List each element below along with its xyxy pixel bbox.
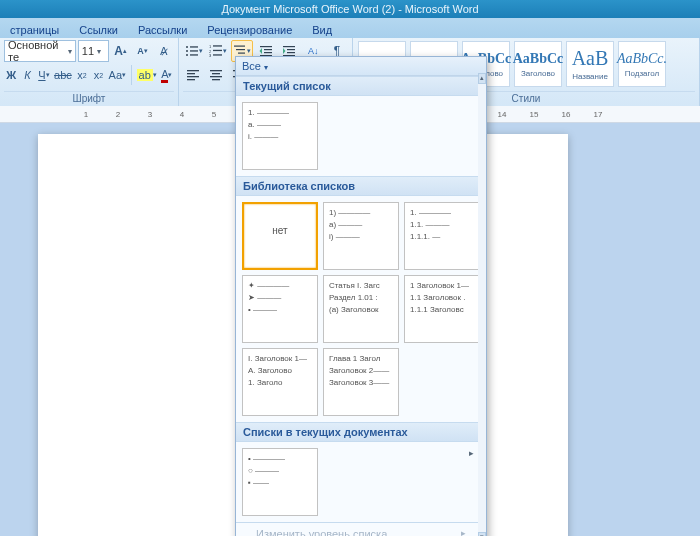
font-group-label: Шрифт (4, 91, 174, 106)
list-tile-none[interactable]: нет (242, 202, 318, 270)
superscript-button[interactable]: x2 (91, 64, 105, 86)
ribbon-tabs: страницы Ссылки Рассылки Рецензирование … (0, 18, 700, 38)
shrink-font-button[interactable]: A▾ (133, 40, 153, 62)
svg-rect-14 (238, 53, 245, 54)
panel-filter[interactable]: Все▾ (236, 57, 486, 76)
svg-rect-20 (283, 46, 295, 47)
section-list-library: Библиотека списков (236, 176, 486, 196)
list-tile[interactable]: 1. ———— 1.1. ——— 1.1.1. — (404, 202, 480, 270)
multilevel-list-panel: Все▾ Текущий список 1. ———— a. ——— i. ——… (235, 56, 487, 536)
list-tile-current[interactable]: 1. ———— a. ——— i. ——— (242, 102, 318, 170)
style-tile[interactable]: AaBbCc.Подзагол (618, 41, 666, 87)
svg-rect-21 (287, 49, 295, 50)
svg-point-4 (186, 54, 188, 56)
list-tile[interactable]: 1) ———— a) ——— i) ——— (323, 202, 399, 270)
style-tile[interactable]: AaBНазвание (566, 41, 614, 87)
svg-rect-13 (236, 49, 245, 50)
svg-rect-28 (210, 70, 222, 71)
svg-rect-1 (190, 46, 198, 47)
panel-scrollbar[interactable]: ▴ ▾ (478, 73, 486, 536)
svg-rect-24 (187, 70, 199, 71)
font-family-combo[interactable]: Основной те▾ (4, 40, 76, 62)
svg-rect-30 (210, 76, 222, 77)
svg-rect-9 (213, 50, 222, 51)
underline-button[interactable]: Ч▾ (37, 64, 51, 86)
strike-button[interactable]: abc (53, 64, 73, 86)
svg-rect-18 (264, 52, 272, 53)
subscript-button[interactable]: x2 (75, 64, 89, 86)
svg-rect-3 (190, 50, 198, 51)
menu-change-list-level: Изменить уровень списка▸ (236, 524, 486, 536)
tab-pages[interactable]: страницы (0, 21, 69, 38)
svg-point-2 (186, 50, 188, 52)
svg-rect-25 (187, 73, 195, 74)
bold-button[interactable]: Ж (4, 64, 18, 86)
italic-button[interactable]: К (20, 64, 34, 86)
clear-formatting-button[interactable]: A̷ (154, 40, 174, 62)
svg-rect-27 (187, 79, 195, 80)
font-size-combo[interactable]: 11▾ (78, 40, 109, 62)
list-tile[interactable]: ✦ ———— ➤ ——— • ——— (242, 275, 318, 343)
grow-font-button[interactable]: A▴ (111, 40, 131, 62)
list-tile[interactable]: Статья I. ЗагсРаздел 1.01 :(a) Заголовок (323, 275, 399, 343)
numbering-button[interactable]: 123▾ (207, 40, 229, 62)
svg-rect-22 (287, 52, 295, 53)
align-center-button[interactable] (206, 64, 227, 86)
list-tile[interactable]: Глава 1 ЗаголЗаголовок 2——Заголовок 3—— (323, 348, 399, 416)
list-tile-indoc[interactable]: • ———— ○ ——— ▪ —— (242, 448, 318, 516)
svg-point-0 (186, 46, 188, 48)
scroll-up-icon[interactable]: ▴ (478, 73, 486, 84)
highlight-button[interactable]: ab▾ (136, 64, 158, 86)
svg-rect-11 (213, 54, 222, 55)
list-tile[interactable]: I. Заголовок 1— A. Заголово 1. Заголо (242, 348, 318, 416)
expand-icon[interactable]: ▸ (469, 448, 474, 458)
tab-mailings[interactable]: Рассылки (128, 21, 197, 38)
svg-rect-7 (213, 45, 222, 46)
scroll-down-icon[interactable]: ▾ (478, 532, 486, 536)
svg-rect-12 (234, 46, 245, 47)
section-lists-in-docs: Списки в текущих документах (236, 422, 486, 442)
align-left-button[interactable] (183, 64, 204, 86)
svg-text:3: 3 (209, 53, 212, 58)
bullets-button[interactable]: ▾ (183, 40, 205, 62)
change-case-button[interactable]: Aa▾ (108, 64, 127, 86)
tab-view[interactable]: Вид (302, 21, 342, 38)
font-color-button[interactable]: A▾ (160, 64, 174, 86)
section-current-list: Текущий список (236, 76, 486, 96)
tab-links[interactable]: Ссылки (69, 21, 128, 38)
svg-rect-5 (190, 54, 198, 55)
svg-rect-17 (264, 49, 272, 50)
svg-rect-29 (212, 73, 220, 74)
list-tile[interactable]: 1 Заголовок 1—1.1 Заголовок .1.1.1 Загол… (404, 275, 480, 343)
svg-rect-26 (187, 76, 199, 77)
svg-rect-31 (212, 79, 220, 80)
svg-rect-16 (260, 46, 272, 47)
title-bar: Документ Microsoft Office Word (2) - Mic… (0, 0, 700, 18)
style-tile[interactable]: AaBbCcЗаголово (514, 41, 562, 87)
tab-review[interactable]: Рецензирование (197, 21, 302, 38)
